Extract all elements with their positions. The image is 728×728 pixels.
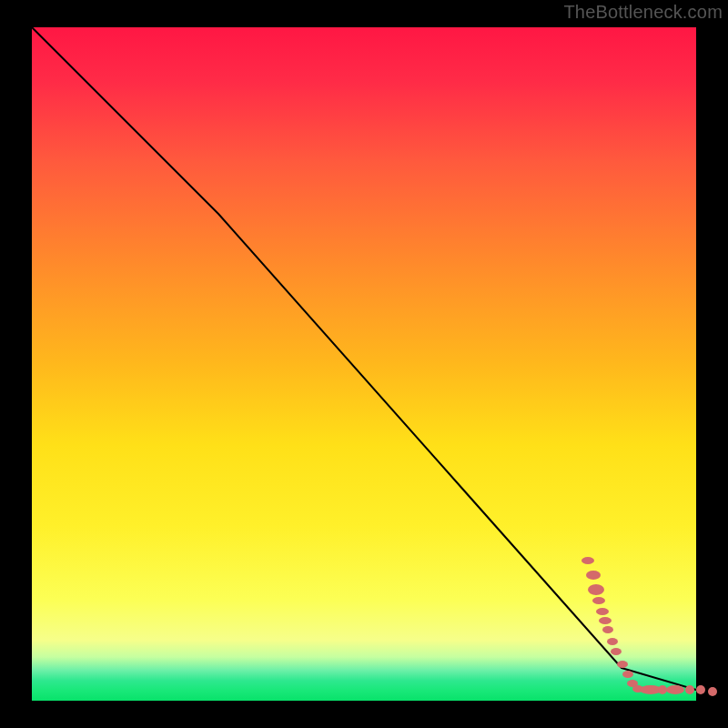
attribution-label: TheBottleneck.com [563, 2, 723, 23]
chart-stage: TheBottleneck.com [0, 0, 728, 728]
data-dot [586, 571, 601, 580]
data-dot [696, 685, 705, 694]
data-dot [622, 671, 633, 678]
data-dot [607, 638, 618, 645]
data-dot [599, 617, 612, 624]
data-dot [685, 685, 694, 694]
data-dot [666, 685, 684, 694]
data-dot [588, 584, 604, 595]
data-dot [581, 557, 594, 564]
data-dot [592, 597, 605, 604]
data-dot [596, 608, 609, 615]
data-dot [617, 661, 628, 668]
data-dot [658, 685, 667, 694]
chart-svg [0, 0, 728, 728]
data-dot [602, 626, 613, 633]
plot-layers [32, 27, 717, 701]
data-dot [611, 648, 622, 655]
data-dot [708, 687, 717, 696]
